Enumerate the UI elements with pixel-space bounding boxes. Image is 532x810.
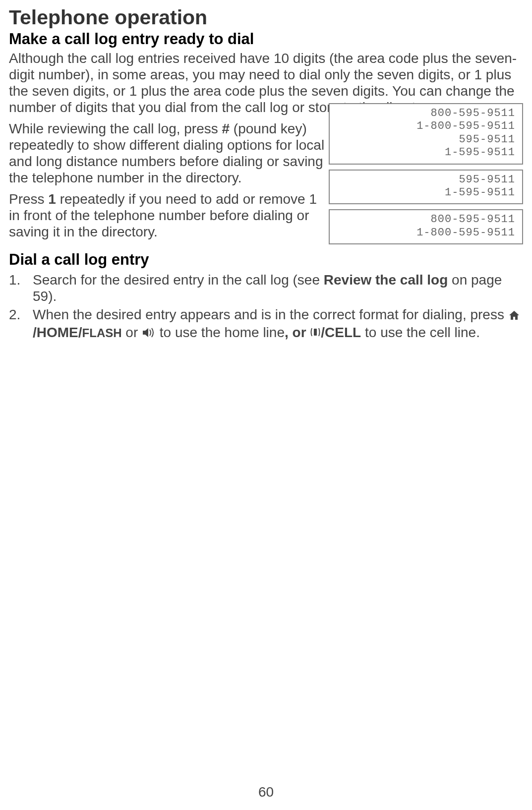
display-line: 1-595-9511 — [337, 186, 515, 199]
display-box-1: 800-595-9511 1-800-595-9511 595-9511 1-5… — [329, 103, 523, 165]
display-line: 1-800-595-9511 — [337, 120, 515, 133]
list-item: When the desired entry appears and is in… — [9, 306, 523, 341]
display-line: 800-595-9511 — [337, 213, 515, 226]
display-line: 595-9511 — [337, 133, 515, 146]
steps-list: Search for the desired entry in the call… — [9, 272, 523, 341]
page-number: 60 — [0, 784, 532, 800]
list-item: Search for the desired entry in the call… — [9, 272, 523, 304]
display-box-3: 800-595-9511 1-800-595-9511 — [329, 209, 523, 244]
section-heading-dial-entry: Dial a call log entry — [9, 251, 523, 269]
display-line: 1-800-595-9511 — [337, 227, 515, 239]
display-line: 595-9511 — [337, 174, 515, 186]
display-line: 800-595-9511 — [337, 107, 515, 120]
paragraph-pound-key: While reviewing the call log, press # (p… — [9, 120, 326, 186]
display-box-2: 595-9511 1-595-9511 — [329, 170, 523, 205]
page-title: Telephone operation — [9, 6, 523, 29]
paragraph-press-1: Press 1 repeatedly if you need to add or… — [9, 191, 326, 240]
section-heading-make-ready: Make a call log entry ready to dial — [9, 30, 523, 48]
cell-icon — [310, 325, 321, 342]
home-icon — [508, 308, 520, 324]
svg-rect-0 — [314, 329, 317, 336]
display-line: 1-595-9511 — [337, 146, 515, 159]
display-examples: 800-595-9511 1-800-595-9511 595-9511 1-5… — [329, 103, 523, 249]
speaker-icon — [142, 325, 156, 342]
